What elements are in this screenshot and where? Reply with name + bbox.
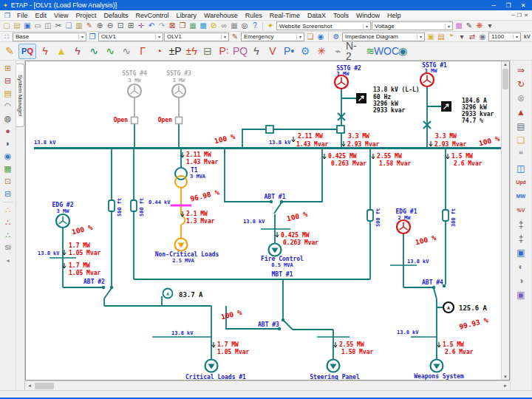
optimal-power-flow-icon[interactable]: ±P: [167, 44, 183, 59]
menu-item-revcontrol[interactable]: RevControl: [132, 12, 173, 19]
more-chevron-icon[interactable]: ▾: [485, 21, 495, 31]
fuse-noncritical[interactable]: [181, 216, 185, 225]
link-icon[interactable]: ∞: [219, 21, 229, 31]
window-icon[interactable]: ❐: [177, 21, 188, 31]
format-painter-icon[interactable]: ✎: [84, 21, 95, 31]
close-window-icon[interactable]: ⊠: [167, 21, 177, 31]
window-minimize-button[interactable]: ─: [488, 2, 499, 9]
stop-study-icon[interactable]: ⊗: [514, 91, 528, 105]
horizontal-scrollbar[interactable]: ◄ ►: [25, 381, 510, 390]
chevron-down-icon[interactable]: ▾: [221, 34, 228, 39]
print-preview-icon[interactable]: ◫: [43, 21, 53, 31]
woc-icon[interactable]: WOC: [378, 44, 395, 59]
chevron-down-icon[interactable]: ▾: [155, 34, 163, 39]
window-maximize-button[interactable]: ❐: [502, 2, 514, 9]
undo-icon[interactable]: ↶: [146, 21, 157, 31]
gis-map-icon[interactable]: ◉: [1, 150, 15, 163]
ammeter-2[interactable]: A: [443, 302, 454, 313]
cable-pulling-icon[interactable]: ◗: [1, 137, 15, 150]
reliability-gauge-icon[interactable]: ◔: [151, 44, 167, 59]
menu-item-window[interactable]: Window: [352, 12, 383, 19]
scroll-up-arrow[interactable]: ▲: [502, 62, 509, 66]
configuration-combo[interactable]: Emergency ▾: [241, 33, 304, 41]
study-folder-icon[interactable]: ❏: [514, 133, 528, 147]
voltage-level-combo[interactable]: 1100 ▾: [488, 33, 521, 41]
theme-colors-icon[interactable]: ▩: [198, 21, 208, 31]
menu-item-project[interactable]: Project: [72, 12, 100, 19]
menu-item-real-time[interactable]: Real-Time: [266, 12, 304, 19]
presentation-combo[interactable]: OLV1 ▾: [98, 33, 163, 41]
load-fire-control[interactable]: [269, 244, 282, 256]
print-icon[interactable]: ▭: [33, 21, 43, 31]
menu-item-view[interactable]: View: [50, 12, 72, 19]
scroll-down-arrow[interactable]: ▼: [502, 375, 509, 379]
mdi-close-button[interactable]: ✕: [524, 13, 528, 18]
pump-icon[interactable]: ⚙: [297, 44, 313, 59]
new-icon[interactable]: ▢: [1, 21, 12, 31]
view-combo[interactable]: OLV1 ▾: [164, 33, 229, 41]
zoom-out-icon[interactable]: ⊖: [105, 21, 115, 31]
save-icon[interactable]: ▣: [22, 21, 33, 31]
voltage-slider-icon[interactable]: ‡: [514, 217, 528, 231]
geospatial-icon[interactable]: ▦: [1, 163, 15, 175]
query-icon[interactable]: ❝: [514, 147, 528, 161]
arc-flash-calc-icon[interactable]: ±ϟ: [183, 44, 200, 59]
gear-icon[interactable]: ⚙: [331, 32, 341, 41]
find-icon[interactable]: ◎: [239, 21, 250, 31]
unbalanced-lf-icon[interactable]: P꞉: [216, 44, 232, 59]
copy-icon[interactable]: ❏: [64, 21, 74, 31]
edit-mode-pencil-icon[interactable]: ✎: [1, 44, 18, 59]
load-steering[interactable]: [327, 360, 340, 372]
harmonic-analysis-icon[interactable]: ∿: [102, 44, 118, 59]
cable-2-symbol[interactable]: [131, 200, 137, 211]
contingency-icon[interactable]: N-2: [346, 44, 362, 59]
status-nodes-yellow-icon[interactable]: ∴: [1, 204, 15, 216]
voltage-slider2-icon[interactable]: ‡: [514, 231, 528, 245]
cable-1-symbol[interactable]: [109, 200, 115, 211]
pan-icon[interactable]: ✛: [136, 21, 146, 31]
open-switch-sstg4[interactable]: [132, 117, 138, 124]
window-close-button[interactable]: ✕: [517, 2, 529, 9]
pv-curves-icon[interactable]: ⇒: [514, 63, 528, 77]
hvdc-icon[interactable]: ●: [1, 125, 15, 137]
status-nodes-red-icon[interactable]: ∴: [1, 216, 15, 229]
menu-item-file[interactable]: File: [13, 12, 32, 19]
vertical-scroll-thumb[interactable]: [502, 69, 508, 89]
config-pen-icon[interactable]: ✎: [230, 32, 240, 41]
collapse-arrow-icon[interactable]: ◂: [1, 254, 15, 267]
vertical-scrollbar[interactable]: ▲ ▼: [501, 61, 509, 380]
zoom-window-icon[interactable]: ⊡: [115, 21, 126, 31]
menu-item-defaults[interactable]: Defaults: [100, 12, 132, 19]
tie-breaker-2[interactable]: [337, 126, 344, 133]
project-schedule-icon[interactable]: ⊡: [1, 175, 15, 188]
zoom-fit-icon[interactable]: ⊞: [126, 21, 136, 31]
paste-presentation-icon[interactable]: ❏: [305, 32, 316, 41]
scroll-left-arrow[interactable]: ◄: [25, 383, 34, 388]
eye-icon[interactable]: ◉: [477, 32, 488, 41]
paste-icon[interactable]: ▥: [74, 21, 84, 31]
comment-icon[interactable]: ❝: [446, 32, 457, 41]
one-line-diagram-icon[interactable]: ⊟: [1, 75, 15, 87]
load-noncritical[interactable]: [175, 239, 188, 251]
datablock-icon[interactable]: ▦: [229, 21, 239, 31]
multimeter-2[interactable]: [441, 101, 451, 112]
drag-handle-icon[interactable]: ∷: [1, 32, 12, 41]
revision-combo[interactable]: Base ▾: [13, 33, 86, 41]
menu-item-rules[interactable]: Rules: [242, 12, 266, 19]
presentation-tree-icon[interactable]: ⊞: [1, 62, 15, 75]
load-critical[interactable]: [205, 360, 218, 372]
battery-pq-icon[interactable]: ▣: [514, 245, 528, 259]
si-units-indicator[interactable]: SI: [1, 242, 15, 254]
chevron-down-icon[interactable]: ▾: [417, 34, 424, 39]
panel-systems-icon[interactable]: ◍: [1, 112, 15, 125]
generator-sstg1[interactable]: [420, 73, 434, 86]
menu-item-warehouse[interactable]: Warehouse: [200, 12, 242, 19]
generator-edg2[interactable]: [56, 214, 69, 228]
pinwheel-colors-icon[interactable]: ❋: [474, 21, 485, 31]
switching-seq-icon[interactable]: ⌁: [330, 44, 346, 59]
generator-sstg2[interactable]: [335, 75, 348, 89]
status-nodes-green-icon[interactable]: ∴: [1, 229, 15, 242]
menu-item-edit[interactable]: Edit: [32, 12, 51, 19]
menu-item-library[interactable]: Library: [173, 12, 201, 19]
presentation-pages-icon[interactable]: ❐: [87, 32, 98, 41]
